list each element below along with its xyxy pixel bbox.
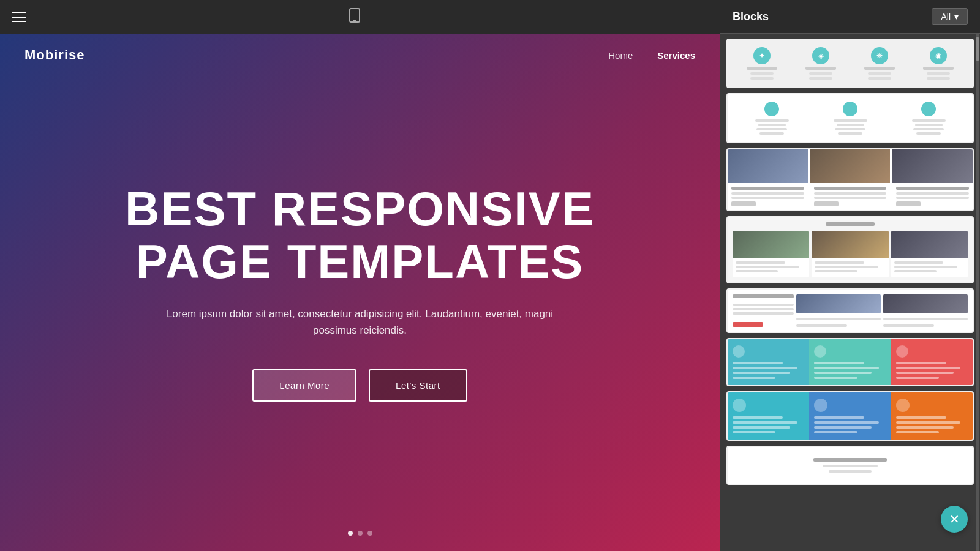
blocks-scroll-area[interactable]: ✦ ◈ ❋ ◉ bbox=[720, 34, 980, 551]
learn-more-button[interactable]: Learn More bbox=[252, 369, 356, 402]
nav-services[interactable]: Services bbox=[657, 50, 695, 61]
svg-rect-1 bbox=[353, 20, 356, 21]
block-thumbnail-6[interactable] bbox=[726, 338, 974, 386]
block-thumbnail-7[interactable] bbox=[726, 391, 974, 441]
nav-home[interactable]: Home bbox=[608, 50, 633, 61]
hero-section: Mobirise Home Services BEST RESPONSIVE P… bbox=[0, 34, 720, 551]
hamburger-icon[interactable] bbox=[12, 12, 26, 22]
nav-links: Home Services bbox=[608, 50, 695, 61]
hero-content: BEST RESPONSIVE PAGE TEMPLATES Lorem ips… bbox=[0, 34, 720, 551]
close-button[interactable]: ✕ bbox=[941, 506, 968, 533]
hero-title: BEST RESPONSIVE PAGE TEMPLATES bbox=[125, 183, 595, 288]
slide-dot-3[interactable] bbox=[368, 531, 372, 536]
block-thumbnail-4[interactable] bbox=[726, 216, 974, 283]
slide-dot-2[interactable] bbox=[358, 531, 363, 536]
slide-indicators bbox=[348, 531, 372, 536]
block-thumbnail-3[interactable] bbox=[726, 148, 974, 211]
hero-buttons: Learn More Let's Start bbox=[252, 369, 467, 402]
device-preview bbox=[344, 6, 365, 28]
blocks-panel: Blocks All ▾ ✦ ◈ bbox=[720, 0, 980, 551]
hero-nav: Mobirise Home Services bbox=[0, 34, 720, 77]
panel-scrollbar-thumb bbox=[976, 37, 979, 61]
mobile-preview-button[interactable] bbox=[344, 6, 365, 28]
block-thumbnail-8[interactable] bbox=[726, 446, 974, 485]
canvas: Mobirise Home Services BEST RESPONSIVE P… bbox=[0, 34, 720, 551]
blocks-panel-title: Blocks bbox=[733, 10, 769, 23]
block-thumbnail-2[interactable] bbox=[726, 93, 974, 143]
panel-scrollbar bbox=[976, 34, 979, 551]
hero-subtitle: Lorem ipsum dolor sit amet, consectetur … bbox=[146, 305, 575, 339]
editor-area: Mobirise Home Services BEST RESPONSIVE P… bbox=[0, 0, 720, 551]
top-toolbar bbox=[0, 0, 720, 34]
blocks-filter-button[interactable]: All ▾ bbox=[932, 8, 968, 25]
block-thumbnail-1[interactable]: ✦ ◈ ❋ ◉ bbox=[726, 39, 974, 88]
site-logo: Mobirise bbox=[24, 47, 85, 63]
slide-dot-1[interactable] bbox=[348, 531, 353, 536]
block-thumbnail-5[interactable] bbox=[726, 288, 974, 333]
lets-start-button[interactable]: Let's Start bbox=[369, 369, 467, 402]
blocks-panel-header: Blocks All ▾ bbox=[720, 0, 980, 34]
